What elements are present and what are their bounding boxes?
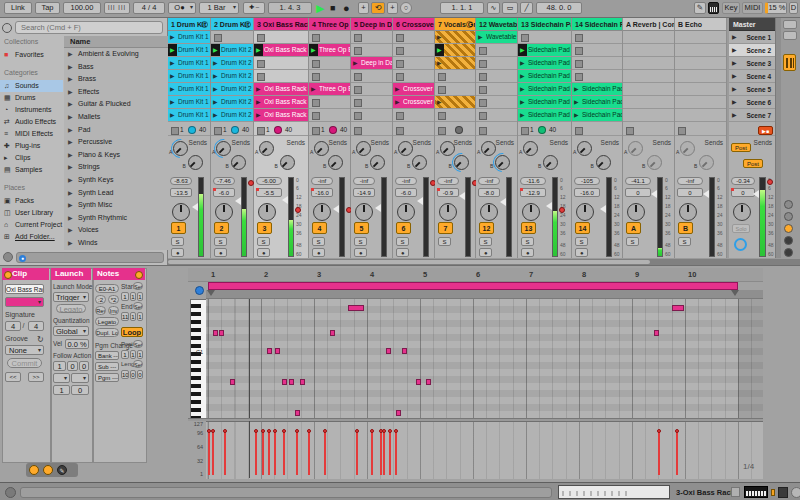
- track-header[interactable]: 4 Three Op Ba: [309, 18, 350, 31]
- scene-row[interactable]: ▶Scene 5: [729, 83, 775, 96]
- send-b-knob[interactable]: [543, 155, 558, 170]
- midi-note[interactable]: [386, 348, 391, 354]
- mixer-sections-button[interactable]: [783, 54, 796, 71]
- clip-slot[interactable]: ▶Drum Kit 1: [168, 70, 210, 83]
- expand-arrow-icon[interactable]: ▶: [68, 149, 73, 161]
- clip-slot[interactable]: [254, 31, 308, 44]
- browser-name-header[interactable]: Name: [64, 36, 168, 48]
- expand-arrow-icon[interactable]: ▶: [68, 136, 73, 148]
- clip-slot[interactable]: ▶Sidechain Pad: [518, 44, 571, 57]
- clip-stop-button[interactable]: [312, 34, 320, 42]
- clip-slot[interactable]: [675, 57, 726, 70]
- scene-row[interactable]: ▶Scene 6: [729, 96, 775, 109]
- velocity-stem-dot[interactable]: [382, 429, 386, 433]
- velocity-stem-dot[interactable]: [254, 429, 258, 433]
- browser-list-item[interactable]: ▶Piano & Keys: [64, 149, 168, 161]
- expand-arrow-icon[interactable]: ▶: [68, 161, 73, 173]
- clip-slot[interactable]: [623, 109, 674, 122]
- browser-list-item[interactable]: ▶Synth Rhythmic: [64, 212, 168, 224]
- clip[interactable]: ▶Oxi Bass Rack: [254, 44, 308, 56]
- clip-slot[interactable]: ▶Three Op Ba: [309, 83, 350, 96]
- clip-stop-button[interactable]: [354, 86, 362, 94]
- send-b-knob[interactable]: [280, 155, 295, 170]
- clip[interactable]: ▶Drum Kit 2: [211, 109, 253, 121]
- sidebar-item-midi-effects[interactable]: ≡MIDI Effects: [0, 128, 63, 140]
- expand-arrow-icon[interactable]: ▶: [68, 212, 73, 224]
- clip-launch-button[interactable]: ▶: [435, 31, 444, 43]
- clip-slot[interactable]: ▶: [435, 31, 475, 44]
- pan-knob[interactable]: [355, 203, 373, 221]
- signature-denominator-field[interactable]: 4: [28, 321, 44, 331]
- velocity-stem-dot[interactable]: [223, 429, 227, 433]
- clip-stop-button[interactable]: [479, 99, 487, 107]
- groove-amount-select[interactable]: O●: [168, 2, 196, 14]
- clip-slot[interactable]: [211, 31, 253, 44]
- clip-slot[interactable]: [476, 57, 517, 70]
- velocity-stem-dot[interactable]: [261, 429, 265, 433]
- clip-launch-button[interactable]: ▶: [254, 109, 263, 121]
- velocity-stem-dot[interactable]: [267, 429, 271, 433]
- clip-slot[interactable]: [572, 70, 622, 83]
- clip-slot[interactable]: ▶Oxi Bass Rack: [254, 96, 308, 109]
- send-b-knob[interactable]: [412, 155, 427, 170]
- key-map-button[interactable]: Key: [722, 2, 740, 14]
- clip-stop-button[interactable]: [257, 73, 265, 81]
- pan-knob[interactable]: [397, 203, 415, 221]
- send-a-knob[interactable]: [173, 141, 188, 156]
- follow-time-bars-field[interactable]: 1: [53, 361, 66, 371]
- volume-fader-handle[interactable]: [500, 198, 506, 206]
- groove-swirl-icon[interactable]: ↻: [37, 335, 44, 344]
- midi-note[interactable]: [230, 379, 235, 385]
- clip-launch-button[interactable]: ▶: [168, 83, 177, 95]
- session-vscrollbar[interactable]: [775, 18, 781, 258]
- clip-slot[interactable]: ▶Drum Kit 2: [211, 57, 253, 70]
- velocity-stem-dot[interactable]: [282, 429, 286, 433]
- current-clip-name[interactable]: 3-Oxi Bass Rack: [676, 488, 735, 497]
- midi-note[interactable]: [330, 330, 335, 336]
- clip-stop-button[interactable]: [396, 47, 404, 55]
- overdub-plus-button[interactable]: +: [358, 2, 369, 14]
- post-a-button[interactable]: Post: [731, 143, 751, 152]
- clip-stop-button[interactable]: [521, 34, 529, 42]
- volume-fader-handle[interactable]: [651, 190, 657, 198]
- send-b-knob[interactable]: [231, 155, 246, 170]
- clip-view-toggle[interactable]: [29, 465, 39, 475]
- start-set-button[interactable]: Set: [133, 282, 143, 290]
- clip-stop-button[interactable]: [479, 47, 487, 55]
- velocity-stem[interactable]: [389, 431, 391, 475]
- preview-headphone-icon[interactable]: [195, 286, 204, 295]
- clip-slot[interactable]: [476, 83, 517, 96]
- browser-list-item[interactable]: ▶Guitar & Plucked: [64, 98, 168, 110]
- midi-note[interactable]: [295, 410, 300, 416]
- follow-action-a-select[interactable]: [53, 373, 70, 383]
- follow-time-units-field[interactable]: 0: [79, 361, 89, 371]
- time-signature-field[interactable]: 4 / 4: [133, 2, 165, 14]
- legato-button[interactable]: Legato: [56, 304, 86, 313]
- clip-slot[interactable]: [393, 70, 434, 83]
- pan-knob[interactable]: [576, 203, 594, 221]
- browser-list-item[interactable]: ▶Bass: [64, 61, 168, 73]
- beat-time-ruler[interactable]: 12345678910: [188, 268, 763, 282]
- volume-field[interactable]: -12.9: [520, 188, 546, 197]
- clip-stop-button[interactable]: [257, 60, 265, 68]
- track-activator-button[interactable]: 13: [521, 222, 536, 234]
- clip-slot[interactable]: ▶Drum Kit 1: [168, 57, 210, 70]
- track-activator-button[interactable]: 2: [214, 222, 229, 234]
- velocity-stem-dot[interactable]: [323, 429, 327, 433]
- pan-knob[interactable]: [439, 203, 457, 221]
- midi-note[interactable]: [213, 330, 218, 336]
- clip-launch-button[interactable]: ▶: [518, 57, 527, 69]
- scene-row[interactable]: ▶Scene 3: [729, 57, 775, 70]
- sidebar-item-plug-ins[interactable]: ✚Plug-ins: [0, 140, 63, 152]
- clip-launch-button[interactable]: ▶: [254, 83, 263, 95]
- arm-button[interactable]: ●: [354, 248, 367, 257]
- follow-button[interactable]: ○: [400, 2, 412, 14]
- scene-play-icon[interactable]: ▶: [732, 31, 737, 44]
- clip-slot[interactable]: ▶Drum Kit 1: [168, 31, 210, 44]
- clip-launch-button[interactable]: ▶: [393, 83, 402, 95]
- clip-stop-button[interactable]: [479, 86, 487, 94]
- clip-launch-button[interactable]: ▶: [572, 109, 581, 121]
- solo-button[interactable]: S: [678, 237, 691, 246]
- clip-slot[interactable]: [254, 57, 308, 70]
- track-header[interactable]: 7 Vocals Gr: [435, 18, 475, 31]
